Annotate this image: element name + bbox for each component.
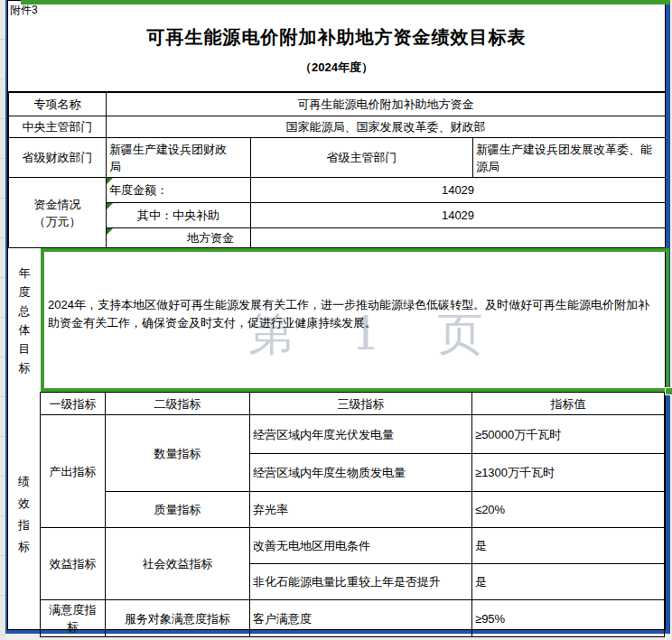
special-name-label-cell[interactable]: 专项名称 [9, 93, 107, 116]
funds-local-label-cell[interactable]: 地方资金 [107, 228, 251, 248]
non-fossil-share-value-cell[interactable]: 是 [472, 564, 665, 600]
funds-annual-label: 年度金额： [109, 183, 168, 197]
biomass-generation-value-cell[interactable]: ≥1300万千瓦时 [472, 454, 665, 492]
selected-goal-cell[interactable]: 2024年，支持本地区做好可再生能源发展有关工作，进一步推动能源绿色低碳转型。及… [41, 248, 669, 392]
customer-satisfaction-cell[interactable]: 客户满意度 [250, 600, 472, 637]
curtailment-value-cell[interactable]: ≤20% [472, 492, 665, 528]
no-power-area-value-cell[interactable]: 是 [472, 528, 665, 564]
table-row: 资金情况 （万元） 年度金额： 14029 [9, 178, 666, 203]
table-row: 产出指标 数量指标 经营区域内年度光伏发电量 ≥50000万千瓦时 [41, 415, 665, 454]
funds-label-cell[interactable]: 资金情况 （万元） [9, 178, 107, 248]
annual-goal-label: 年度总体目标 [17, 264, 32, 377]
indicators-label-cell[interactable]: 绩效指标 [8, 392, 40, 637]
table-row: 质量指标 弃光率 ≤20% [41, 492, 665, 528]
indicators-label: 绩效指标 [17, 471, 32, 558]
annual-goal-label-cell[interactable]: 年度总体目标 [8, 248, 41, 392]
title-cell[interactable]: 附件3 可再生能源电价附加补助地方资金绩效目标表 （2024年度） [8, 1, 665, 92]
no-power-area-cell[interactable]: 改善无电地区用电条件 [250, 528, 472, 564]
non-fossil-share-cell[interactable]: 非化石能源电量比重较上年是否提升 [250, 564, 472, 600]
central-dept-value-cell[interactable]: 国家能源局、国家发展改革委、财政部 [107, 116, 666, 138]
error-indicator-icon [107, 178, 113, 184]
indicators-section: 绩效指标 一级指标 二级指标 三级指标 指标值 产出指标 数量指标 经营区域内年… [8, 392, 665, 637]
funds-annual-label-cell[interactable]: 年度金额： [107, 178, 251, 203]
error-indicator-icon [107, 203, 113, 209]
top-green-border [21, 0, 670, 5]
special-name-value-cell[interactable]: 可再生能源电价附加补助地方资金 [107, 93, 666, 116]
header-l2-cell[interactable]: 二级指标 [106, 393, 250, 415]
customer-satisfaction-value-cell[interactable]: ≥95% [472, 600, 665, 637]
table-row: 中央主管部门 国家能源局、国家发展改革委、财政部 [9, 116, 666, 138]
table-row: 一级指标 二级指标 三级指标 指标值 [41, 393, 665, 415]
table-row: 满意度指标 服务对象满意度指标 客户满意度 ≥95% [41, 600, 665, 637]
annual-goal-text: 2024年，支持本地区做好可再生能源发展有关工作，进一步推动能源绿色低碳转型。及… [44, 296, 666, 345]
table-row: 省级财政部门 新疆生产建设兵团财政局 省级主管部门 新疆生产建设兵团发展改革委、… [9, 138, 666, 178]
table-row: 效益指标 社会效益指标 改善无电地区用电条件 是 [41, 528, 665, 564]
fill-handle[interactable] [665, 387, 672, 395]
header-l3-cell[interactable]: 三级指标 [250, 393, 472, 415]
funds-central-label: 其中：中央补助 [137, 209, 219, 222]
info-table: 专项名称 可再生能源电价附加补助地方资金 中央主管部门 国家能源局、国家发展改革… [8, 92, 666, 248]
indicators-table: 一级指标 二级指标 三级指标 指标值 产出指标 数量指标 经营区域内年度光伏发电… [40, 392, 665, 637]
satisfaction-indicator-cell[interactable]: 满意度指标 [41, 600, 106, 637]
attachment-label: 附件3 [10, 3, 38, 18]
funds-local-label: 地方资金 [187, 231, 234, 245]
curtailment-cell[interactable]: 弃光率 [250, 492, 472, 528]
spreadsheet-view: 附件3 可再生能源电价附加补助地方资金绩效目标表 （2024年度） 专项名称 可… [0, 0, 672, 640]
funds-annual-value-cell[interactable]: 14029 [251, 178, 666, 203]
table-row: 专项名称 可再生能源电价附加补助地方资金 [9, 93, 666, 116]
page-subtitle: （2024年度） [8, 50, 665, 76]
prov-dept-value-cell[interactable]: 新疆生产建设兵团发展改革委、能源局 [473, 138, 666, 178]
biomass-generation-cell[interactable]: 经营区域内年度生物质发电量 [250, 454, 472, 492]
prov-finance-label-cell[interactable]: 省级财政部门 [9, 138, 107, 178]
error-indicator-icon [107, 228, 113, 235]
table-row: 其中：中央补助 14029 [9, 203, 666, 228]
quantity-indicator-cell[interactable]: 数量指标 [106, 415, 250, 492]
quality-indicator-cell[interactable]: 质量指标 [106, 492, 250, 528]
funds-local-value-cell[interactable] [251, 228, 666, 248]
header-l1-cell[interactable]: 一级指标 [41, 393, 106, 415]
prov-dept-label-cell[interactable]: 省级主管部门 [251, 138, 473, 178]
funds-central-label-cell[interactable]: 其中：中央补助 [107, 203, 251, 228]
pv-generation-value-cell[interactable]: ≥50000万千瓦时 [472, 415, 665, 454]
social-benefit-cell[interactable]: 社会效益指标 [106, 528, 250, 600]
table-row: 地方资金 [9, 228, 666, 248]
output-indicator-cell[interactable]: 产出指标 [41, 415, 106, 528]
service-satisfaction-cell[interactable]: 服务对象满意度指标 [106, 600, 250, 637]
annual-goal-row: 年度总体目标 2024年，支持本地区做好可再生能源发展有关工作，进一步推动能源绿… [8, 248, 665, 392]
print-area-sheet[interactable]: 附件3 可再生能源电价附加补助地方资金绩效目标表 （2024年度） 专项名称 可… [7, 0, 666, 630]
funds-central-value-cell[interactable]: 14029 [251, 203, 666, 228]
header-value-cell[interactable]: 指标值 [472, 393, 665, 415]
page-title: 可再生能源电价附加补助地方资金绩效目标表 [8, 1, 665, 50]
prov-finance-value-cell[interactable]: 新疆生产建设兵团财政局 [107, 138, 251, 178]
central-dept-label-cell[interactable]: 中央主管部门 [9, 116, 107, 138]
benefit-indicator-cell[interactable]: 效益指标 [41, 528, 106, 600]
page-break-frame: 附件3 可再生能源电价附加补助地方资金绩效目标表 （2024年度） 专项名称 可… [5, 0, 670, 634]
pv-generation-cell[interactable]: 经营区域内年度光伏发电量 [250, 415, 472, 454]
